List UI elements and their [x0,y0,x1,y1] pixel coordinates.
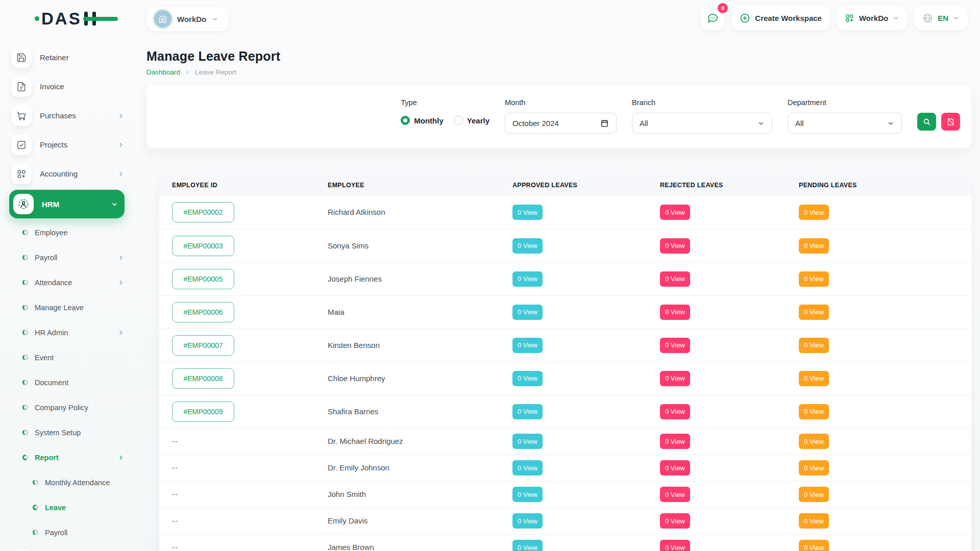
pending-leaves-view-badge[interactable]: 0 View [799,513,829,529]
approved-leaves-view-badge[interactable]: 0 View [512,338,543,353]
workspace-menu-button[interactable]: WorkDo [837,6,908,30]
approved-leaves-view-badge[interactable]: 0 View [512,404,543,419]
sidebar-subitem-company-policy[interactable]: Company Policy [9,395,125,420]
pending-leaves-view-badge[interactable]: 0 View [799,404,829,419]
search-button[interactable] [917,113,936,131]
messages-button[interactable]: 0 [701,6,725,30]
rejected-leaves-view-badge[interactable]: 0 View [660,540,690,551]
sidebar-subitem-attendance[interactable]: Attendance [9,270,125,295]
month-input[interactable]: October 2024 [505,113,617,134]
department-value: All [795,119,804,128]
sidebar-subitem-payroll[interactable]: Payroll [9,520,125,545]
sidebar-subitem-document[interactable]: Document [9,370,125,395]
employee-id-button[interactable]: #EMP00008 [172,368,234,389]
approved-leaves-view-badge[interactable]: 0 View [512,205,543,220]
type-radio-monthly[interactable]: Monthly [401,116,444,125]
language-selector[interactable]: EN [914,6,968,30]
pending-leaves-view-badge[interactable]: 0 View [799,434,829,449]
col-employee: EMPLOYEE [328,174,512,196]
pending-leaves-view-badge[interactable]: 0 View [799,338,829,353]
employee-id-empty: -- [172,543,178,551]
employee-id-button[interactable]: #EMP00005 [172,269,234,289]
rejected-leaves-view-badge[interactable]: 0 View [660,305,690,320]
sidebar-subitem-manage-leave[interactable]: Manage Leave [9,295,125,320]
logo-dot [35,16,39,21]
pending-leaves-view-badge[interactable]: 0 View [799,305,829,320]
approved-leaves-view-badge[interactable]: 0 View [512,487,543,502]
approved-leaves-view-badge[interactable]: 0 View [512,371,543,386]
approved-leaves-view-badge[interactable]: 0 View [512,513,543,529]
rejected-leaves-view-badge[interactable]: 0 View [660,434,690,449]
rejected-leaves-view-badge[interactable]: 0 View [660,487,690,502]
sidebar-item-hrm[interactable]: HRM [9,190,125,218]
create-workspace-button[interactable]: Create Workspace [731,6,830,30]
retainer-icon [11,47,32,68]
rejected-leaves-view-badge[interactable]: 0 View [660,271,690,287]
branch-select[interactable]: All [632,113,772,134]
rejected-leaves-view-badge[interactable]: 0 View [660,460,690,475]
reset-filter-button[interactable] [941,113,960,131]
invoice-icon [11,77,32,97]
employee-id-button[interactable]: #EMP00002 [172,202,234,222]
approved-leaves-view-badge[interactable]: 0 View [512,434,543,449]
sidebar-item-purchases[interactable]: Purchases [9,101,125,130]
rejected-leaves-view-badge[interactable]: 0 View [660,238,690,254]
sidebar-item-label: Employee [35,229,67,237]
projects-icon [11,135,32,155]
breadcrumb-dashboard-link[interactable]: Dashboard [146,68,180,76]
sidebar-subitem-leave[interactable]: Leave [9,495,125,520]
page-title: Manage Leave Report [146,49,971,64]
sidebar-item-pos[interactable]: POS [9,545,125,551]
bullet-icon [22,355,28,360]
topbar-actions: 0 Create Workspace WorkDo EN [701,6,968,30]
employee-id-button[interactable]: #EMP00009 [172,402,234,422]
app-logo[interactable]: DAS [35,10,118,27]
sidebar-item-label: Document [35,379,68,387]
sidebar-item-label: System Setup [35,429,81,437]
grid-plus-icon [845,13,854,23]
approved-leaves-view-badge[interactable]: 0 View [512,271,543,287]
approved-leaves-view-badge[interactable]: 0 View [512,305,543,320]
breadcrumb-current: Leave Report [195,68,236,76]
workspace-selector[interactable]: WorkDo [147,7,229,31]
pending-leaves-view-badge[interactable]: 0 View [799,540,829,551]
pending-leaves-view-badge[interactable]: 0 View [799,460,829,475]
approved-leaves-view-badge[interactable]: 0 View [512,460,543,475]
sidebar-subitem-report[interactable]: Report [9,445,125,470]
sidebar-item-retainer[interactable]: Retainer [9,43,125,72]
pending-leaves-view-badge[interactable]: 0 View [799,487,829,502]
sidebar-subitem-monthly-attendance[interactable]: Monthly Attendance [9,470,125,495]
bullet-icon [22,230,28,235]
department-select[interactable]: All [788,113,902,134]
col-pending-leaves: PENDING LEAVES [799,174,971,196]
employee-id-button[interactable]: #EMP00006 [172,302,234,322]
sidebar-subitem-payroll[interactable]: Payroll [9,245,125,270]
pending-leaves-view-badge[interactable]: 0 View [799,371,829,386]
sidebar-subitem-hr-admin[interactable]: HR Admin [9,320,125,345]
approved-leaves-view-badge[interactable]: 0 View [512,238,543,254]
table-row: #EMP00006Maia0 View0 View0 View [159,295,971,329]
sidebar-item-accounting[interactable]: Accounting [9,159,125,188]
table-row: --John Smith0 View0 View0 View [159,481,971,508]
chevron-down-icon [887,120,894,127]
rejected-leaves-view-badge[interactable]: 0 View [660,205,690,220]
rejected-leaves-view-badge[interactable]: 0 View [660,371,690,386]
pending-leaves-view-badge[interactable]: 0 View [799,205,829,220]
radio-icon [454,116,463,125]
pending-leaves-view-badge[interactable]: 0 View [799,271,829,287]
approved-leaves-view-badge[interactable]: 0 View [512,540,543,551]
pending-leaves-view-badge[interactable]: 0 View [799,238,829,254]
sidebar-subitem-system-setup[interactable]: System Setup [9,420,125,445]
type-radio-yearly[interactable]: Yearly [454,116,489,125]
rejected-leaves-view-badge[interactable]: 0 View [660,404,690,419]
sidebar-subitem-employee[interactable]: Employee [9,220,125,245]
rejected-leaves-view-badge[interactable]: 0 View [660,338,690,353]
sidebar-subitem-event[interactable]: Event [9,345,125,370]
sidebar-item-invoice[interactable]: Invoice [9,72,125,101]
sidebar-item-projects[interactable]: Projects [9,130,125,159]
top-bar: DAS WorkDo 0 Create Workspace [0,0,980,37]
rejected-leaves-view-badge[interactable]: 0 View [660,513,690,529]
employee-id-button[interactable]: #EMP00003 [172,236,234,256]
employee-id-button[interactable]: #EMP00007 [172,335,234,356]
employee-id-empty: -- [172,516,178,525]
